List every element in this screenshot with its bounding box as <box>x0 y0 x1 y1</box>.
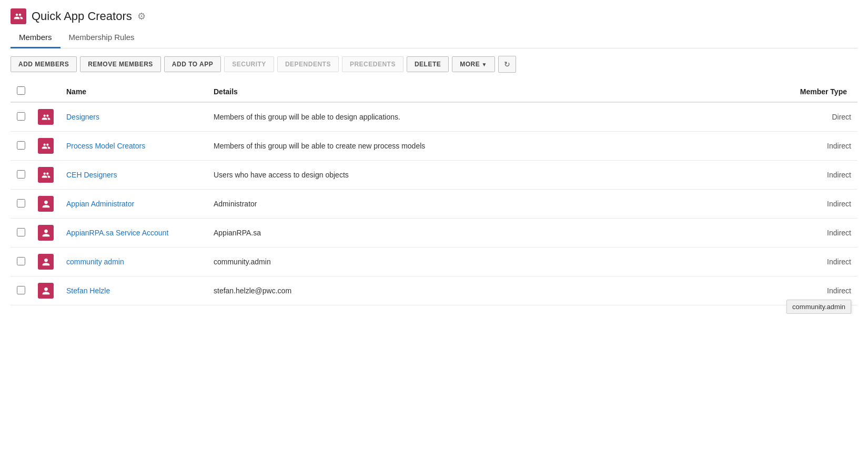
member-name-process-model-creators[interactable]: Process Model Creators <box>66 142 145 150</box>
page-title: Quick App Creators <box>32 9 132 23</box>
member-details-appianrpa-service-account: AppianRPA.sa <box>207 219 784 248</box>
add-to-app-button[interactable]: ADD TO APP <box>164 56 221 72</box>
row-checkbox-designers[interactable] <box>17 112 25 121</box>
member-details-community-admin: community.admin <box>207 248 784 276</box>
member-details-stefan-helzle: stefan.helzle@pwc.com <box>207 276 784 305</box>
page-header: Quick App Creators ⚙ <box>11 8 857 24</box>
security-button: SECURITY <box>224 56 274 72</box>
member-name-appian-administrator[interactable]: Appian Administrator <box>66 200 134 208</box>
member-type-process-model-creators: Indirect <box>784 132 857 161</box>
member-type-appianrpa-service-account: Indirect <box>784 219 857 248</box>
members-table: Name Details Member Type DesignersMember… <box>11 81 857 305</box>
member-name-community-admin[interactable]: community admin <box>66 258 124 266</box>
table-row: community admincommunity.adminIndirect <box>11 248 857 276</box>
user-member-icon <box>38 225 54 241</box>
table-row: Process Model CreatorsMembers of this gr… <box>11 132 857 161</box>
group-member-icon <box>38 109 54 125</box>
row-checkbox-appian-administrator[interactable] <box>17 199 25 207</box>
member-type-designers: Direct <box>784 102 857 132</box>
row-checkbox-process-model-creators[interactable] <box>17 141 25 150</box>
precedents-button: PRECEDENTS <box>342 56 403 72</box>
user-member-icon <box>38 254 54 270</box>
tabs-container: Members Membership Rules <box>11 27 857 48</box>
tab-membership-rules[interactable]: Membership Rules <box>60 27 143 48</box>
add-members-button[interactable]: ADD MEMBERS <box>11 56 77 72</box>
member-name-appianrpa-service-account[interactable]: AppianRPA.sa Service Account <box>66 229 168 237</box>
table-row: Appian AdministratorAdministratorIndirec… <box>11 190 857 219</box>
group-member-icon <box>38 138 54 154</box>
header-type: Member Type <box>784 81 857 102</box>
member-name-stefan-helzle[interactable]: Stefan Helzle <box>66 286 110 295</box>
page-wrapper: Quick App Creators ⚙ Members Membership … <box>0 0 868 314</box>
header-check <box>11 81 32 102</box>
header-icon <box>32 81 60 102</box>
remove-members-button[interactable]: REMOVE MEMBERS <box>80 56 161 72</box>
toolbar: ADD MEMBERS REMOVE MEMBERS ADD TO APP SE… <box>11 56 857 73</box>
table-row: AppianRPA.sa Service AccountAppianRPA.sa… <box>11 219 857 248</box>
member-type-stefan-helzle: Indirect <box>827 286 851 295</box>
user-member-icon <box>38 196 54 212</box>
member-details-ceh-designers: Users who have access to design objects <box>207 161 784 190</box>
row-checkbox-ceh-designers[interactable] <box>17 170 25 179</box>
member-name-designers[interactable]: Designers <box>66 113 99 121</box>
member-type-community-admin: Indirect <box>784 248 857 276</box>
group-member-icon <box>38 167 54 183</box>
table-row: Stefan Helzlestefan.helzle@pwc.comIndire… <box>11 276 857 305</box>
group-icon <box>11 8 26 24</box>
table-body: DesignersMembers of this group will be a… <box>11 102 857 305</box>
member-type-appian-administrator: Indirect <box>784 190 857 219</box>
header-name: Name <box>60 81 207 102</box>
gear-icon[interactable]: ⚙ <box>137 11 146 22</box>
row-checkbox-stefan-helzle[interactable] <box>17 286 25 294</box>
refresh-button[interactable]: ↻ <box>498 56 516 73</box>
row-checkbox-appianrpa-service-account[interactable] <box>17 228 25 236</box>
member-details-designers: Members of this group will be able to de… <box>207 102 784 132</box>
select-all-checkbox[interactable] <box>17 86 25 95</box>
more-button[interactable]: MORE <box>452 56 495 72</box>
member-details-process-model-creators: Members of this group will be able to cr… <box>207 132 784 161</box>
header-details: Details <box>207 81 784 102</box>
user-member-icon <box>38 283 54 299</box>
member-type-ceh-designers: Indirect <box>784 161 857 190</box>
member-type-container-stefan-helzle: Indirectcommunity.admin <box>827 286 851 295</box>
dependents-button: DEPENDENTS <box>277 56 339 72</box>
member-name-ceh-designers[interactable]: CEH Designers <box>66 171 117 179</box>
table-row: DesignersMembers of this group will be a… <box>11 102 857 132</box>
delete-button[interactable]: DELETE <box>407 56 449 72</box>
tab-members[interactable]: Members <box>11 27 60 48</box>
table-header: Name Details Member Type <box>11 81 857 102</box>
row-checkbox-community-admin[interactable] <box>17 257 25 265</box>
tooltip-stefan-helzle: community.admin <box>786 300 851 314</box>
table-row: CEH DesignersUsers who have access to de… <box>11 161 857 190</box>
member-details-appian-administrator: Administrator <box>207 190 784 219</box>
